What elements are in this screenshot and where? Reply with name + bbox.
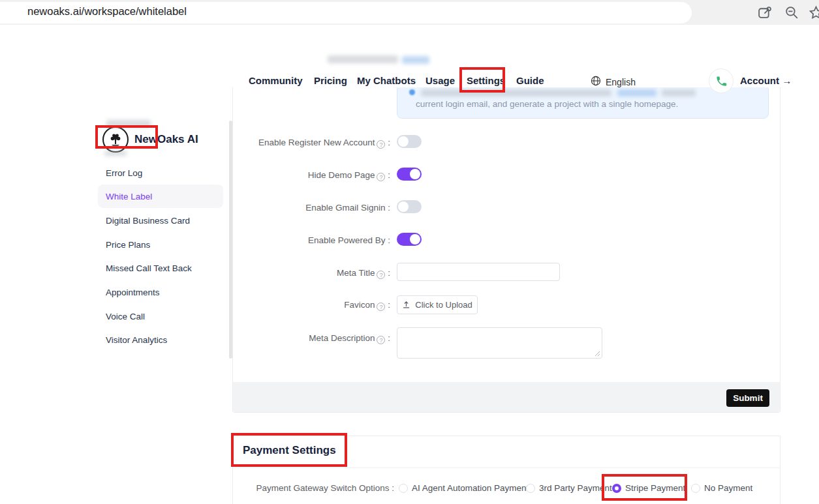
toggle-knob (410, 234, 420, 245)
redacted-text (421, 89, 611, 96)
nav-guide[interactable]: Guide (516, 75, 544, 86)
key-share-icon[interactable] (757, 5, 773, 21)
nav-pricing[interactable]: Pricing (314, 75, 347, 86)
radio-label: No Payment (704, 483, 752, 493)
toggle-knob (398, 201, 409, 212)
redacted-text (104, 151, 127, 156)
radio-3rd-party-payment[interactable]: 3rd Party Payment (526, 483, 612, 493)
newoaks-logo-icon (102, 126, 129, 153)
meta-description-textarea[interactable] (397, 327, 602, 359)
phone-icon (715, 75, 728, 87)
language-selector[interactable]: English (591, 76, 636, 88)
payment-settings-title: Payment Settings (243, 444, 336, 457)
radio-label: 3rd Party Payment (539, 483, 612, 493)
toggle-hide-demo-page[interactable] (397, 168, 422, 181)
sidebar-item-white-label[interactable]: White Label (106, 192, 152, 201)
help-icon[interactable] (377, 173, 385, 181)
info-icon (409, 89, 415, 95)
radio-icon[interactable] (691, 484, 700, 493)
help-icon[interactable] (377, 271, 385, 279)
sidebar-item-missed-call-text-back[interactable]: Missed Call Text Back (106, 263, 192, 273)
label-meta-description: Meta Description (309, 333, 390, 344)
nav-community[interactable]: Community (249, 75, 303, 86)
radio-icon[interactable] (612, 484, 621, 493)
browser-toolbar: newoaks.ai/workspace/whitelabel (0, 0, 819, 25)
label-hide-demo-page: Hide Demo Page (308, 170, 390, 181)
account-link[interactable]: Account → (740, 75, 792, 86)
banner-text: current login email, and generate a proj… (416, 99, 678, 109)
label-enable-gmail-signin: Enable Gmail Signin (305, 203, 390, 213)
submit-button[interactable]: Submit (726, 389, 769, 407)
globe-icon (591, 76, 601, 88)
divider (232, 467, 780, 468)
nav-usage[interactable]: Usage (425, 75, 455, 86)
favicon-upload-button[interactable]: Click to Upload (397, 295, 478, 314)
upload-icon (402, 301, 410, 309)
star-icon[interactable] (808, 5, 819, 21)
sidebar-item-error-log[interactable]: Error Log (106, 168, 142, 178)
sidebar-item-price-plans[interactable]: Price Plans (106, 240, 150, 250)
card-footer (233, 382, 780, 412)
toggle-enable-register-new-account[interactable] (397, 135, 422, 148)
help-icon[interactable] (377, 303, 385, 311)
sidebar: NewOaks AI Error Log White Label Digital… (0, 59, 232, 504)
nav-my-chatbots[interactable]: My Chatbots (357, 75, 416, 86)
sidebar-item-appointments[interactable]: Appointments (106, 288, 160, 297)
language-label: English (606, 77, 636, 87)
toggle-enable-gmail-signin[interactable] (397, 200, 422, 213)
label-enable-powered-by: Enable Powered By (308, 235, 390, 245)
resize-grip-icon[interactable] (594, 350, 600, 357)
bookmarks-bar: ube a Amazon.com eBay (0, 25, 819, 59)
url-text[interactable]: newoaks.ai/workspace/whitelabel (27, 5, 187, 18)
radio-stripe-payment[interactable]: Stripe Payment (612, 483, 685, 493)
label-meta-title: Meta Title (337, 268, 390, 279)
nav-settings[interactable]: Settings (467, 75, 505, 86)
sidebar-item-voice-call[interactable]: Voice Call (106, 312, 145, 321)
meta-title-input[interactable] (397, 263, 560, 281)
radio-icon[interactable] (526, 484, 535, 493)
sidebar-item-visitor-analytics[interactable]: Visitor Analytics (106, 335, 167, 345)
redacted-link (617, 89, 657, 96)
account-avatar[interactable] (709, 68, 734, 93)
help-icon[interactable] (377, 140, 385, 149)
label-favicon: Favicon (344, 300, 390, 311)
redacted-text (106, 120, 151, 127)
sidebar-item-digital-business-card[interactable]: Digital Business Card (106, 216, 190, 226)
redacted-text (662, 89, 696, 96)
toggle-knob (398, 136, 409, 147)
brand-name: NewOaks AI (134, 133, 198, 146)
redacted-toggle (402, 56, 429, 64)
zoom-out-icon[interactable] (784, 5, 800, 21)
toggle-knob (410, 169, 420, 179)
label-enable-register-new-account: Enable Register New Account (258, 138, 390, 149)
help-icon[interactable] (377, 336, 385, 344)
radio-label: AI Agent Automation Payment (412, 483, 529, 493)
redacted-text (328, 55, 398, 63)
radio-icon[interactable] (399, 484, 408, 493)
radio-ai-agent-automation-payment[interactable]: AI Agent Automation Payment (399, 483, 529, 493)
label-payment-gateway-options: Payment Gateway Switch Options (256, 483, 394, 493)
radio-label: Stripe Payment (625, 483, 685, 493)
upload-button-label: Click to Upload (415, 300, 472, 310)
toggle-enable-powered-by[interactable] (397, 233, 422, 246)
radio-no-payment[interactable]: No Payment (691, 483, 752, 493)
